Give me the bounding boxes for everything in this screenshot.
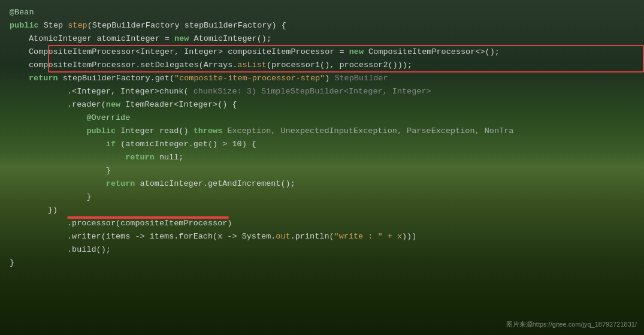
code-token: (atomicInteger.get() > 10) { (120, 138, 256, 151)
code-token: "composite-item-processor-step" (174, 72, 325, 85)
code-line: CompositeItemProcessor<Integer, Integer>… (10, 46, 634, 59)
code-line: }) (10, 204, 634, 217)
code-token: @Bean (10, 6, 34, 19)
code-line: } (10, 256, 634, 270)
code-token: StepBuilder (334, 72, 388, 85)
code-token: if (106, 138, 120, 151)
code-token: new (106, 98, 125, 111)
code-line: .writer(items -> items.forEach(x -> Syst… (10, 230, 634, 243)
code-token: new (174, 32, 193, 46)
watermark-text: 图片来源https://gitee.com/jyq_18792721831/ (506, 319, 637, 330)
code-line: compositeItemProcessor.setDelegates(Arra… (10, 59, 634, 72)
code-line: .reader(new ItemReader<Integer>() { (10, 98, 634, 111)
code-line: .processor(compositeItemProcessor) (10, 217, 634, 230)
code-token: public (10, 19, 44, 32)
code-token: compositeItemProcessor.setDelegates(Arra… (29, 59, 237, 72)
code-token: CompositeItemProcessor<Integer, Integer>… (29, 46, 349, 59)
code-token: Integer read() (120, 125, 193, 138)
code-line: .build(); (10, 243, 634, 256)
code-token: public (86, 125, 120, 138)
code-token: step (68, 19, 87, 32)
code-token: atomicInteger.getAndIncrement(); (140, 177, 295, 191)
code-line: public Step step(StepBuilderFactory step… (10, 19, 634, 32)
code-token: new (349, 46, 368, 59)
code-line: AtomicInteger atomicInteger = new Atomic… (10, 32, 634, 46)
code-token (67, 151, 125, 164)
code-token: }) (48, 204, 58, 217)
code-line: } (10, 191, 634, 204)
code-token: ItemReader<Integer>() { (125, 98, 237, 111)
code-token: .println( (291, 230, 334, 243)
code-token: null; (159, 151, 184, 164)
code-token: .processor(compositeItemProcessor) (67, 217, 232, 230)
code-token: } (67, 164, 111, 177)
code-line: public Integer read() throws Exception, … (10, 125, 634, 138)
code-token: "write : " + x (334, 230, 402, 243)
code-line: return null; (10, 151, 634, 164)
code-token: stepBuilderFactory.get( (63, 72, 174, 85)
code-token: return (106, 177, 140, 191)
code-token: chunkSize: (193, 85, 242, 98)
code-line: if (atomicInteger.get() > 10) { (10, 138, 634, 151)
code-token: } (10, 256, 14, 270)
code-token: Step (44, 19, 68, 32)
code-token: Exception, UnexpectedInputException, Par… (227, 125, 513, 138)
code-token: out (276, 230, 290, 243)
code-token: SimpleStepBuilder<Integer, Integer> (261, 85, 431, 98)
code-line: .<Integer, Integer>chunk( chunkSize: 3) … (10, 85, 634, 98)
code-line: @Bean (10, 6, 634, 19)
code-token (67, 177, 106, 191)
code-token: return (29, 72, 63, 85)
code-line: } (10, 164, 634, 177)
code-token: } (67, 191, 92, 204)
code-token: asList (237, 59, 267, 72)
code-token: .writer(items -> items.forEach(x -> Syst… (67, 230, 276, 243)
code-line: return atomicInteger.getAndIncrement(); (10, 177, 634, 191)
code-token: return (125, 151, 159, 164)
code-token: (processor1(), processor2())); (267, 59, 412, 72)
code-token: (StepBuilderFactory stepBuilderFactory) … (87, 19, 286, 32)
code-token: CompositeItemProcessor<>(); (368, 46, 500, 59)
code-display: @Beanpublic Step step(StepBuilderFactory… (0, 0, 644, 335)
code-token (67, 138, 106, 151)
code-token: ) (325, 72, 334, 85)
code-token: throws (193, 125, 228, 138)
code-token: AtomicInteger atomicInteger = (29, 32, 174, 46)
code-token: AtomicInteger(); (193, 32, 271, 46)
code-token: ))) (402, 230, 416, 243)
code-line: @Override (10, 111, 634, 125)
code-line: return stepBuilderFactory.get("composite… (10, 72, 634, 85)
code-token: .reader( (67, 98, 106, 111)
code-token: @Override (67, 111, 130, 125)
code-token: 3) (242, 85, 261, 98)
code-token (67, 125, 86, 138)
code-token: .<Integer, Integer>chunk( (67, 85, 193, 98)
code-token: .build(); (67, 243, 111, 256)
